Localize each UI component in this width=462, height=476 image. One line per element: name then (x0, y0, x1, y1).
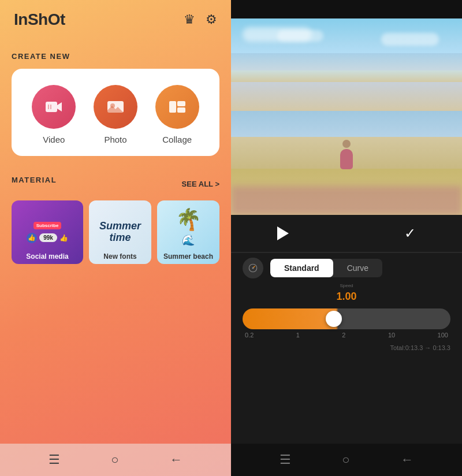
material-grid: Subscribe 👍 99k 👍 Social media Summertim… (12, 200, 219, 264)
speed-tabs: Standard Curve (243, 258, 450, 278)
right-panel: ✓ Standard Curve Speed 1.00 (231, 0, 462, 476)
speed-controls: Standard Curve Speed 1.00 0.2 1 2 10 100… (231, 253, 462, 356)
horizon-area (231, 53, 462, 70)
speed-meter-icon (248, 263, 258, 273)
palm-tree-icon: 🌴 (176, 207, 202, 232)
create-collage-item[interactable]: Collage (155, 85, 199, 144)
slider-container: 0.2 1 2 10 100 (243, 306, 450, 342)
left-header: InShOt ♛ ⚙ (0, 0, 231, 35)
svg-rect-0 (46, 102, 57, 112)
speed-icon-button[interactable] (243, 258, 263, 278)
new-fonts-card[interactable]: Summertime New fonts (89, 200, 151, 264)
create-new-label: CREATE NEW (12, 52, 219, 61)
material-section: MATERIAL SEE ALL > Subscribe 👍 99k 👍 Soc… (0, 164, 231, 271)
water-area (231, 111, 462, 140)
app-logo: InShOt (14, 10, 65, 29)
total-time: Total:0:13.3 → 0:13.3 (243, 344, 450, 351)
svg-rect-5 (169, 101, 176, 113)
header-icons: ♛ ⚙ (184, 12, 217, 27)
right-back-icon[interactable]: ← (401, 452, 413, 467)
curve-tab[interactable]: Curve (333, 259, 382, 277)
photo-label: Photo (104, 135, 126, 144)
material-header: MATERIAL SEE ALL > (12, 176, 219, 192)
collage-label: Collage (162, 135, 192, 144)
settings-icon[interactable]: ⚙ (206, 12, 217, 27)
video-label: Video (43, 135, 65, 144)
summer-beach-label: Summer beach (157, 252, 219, 261)
check-button[interactable]: ✓ (404, 225, 416, 241)
beach-image-bottom (231, 111, 462, 215)
cloud-3 (381, 33, 439, 46)
like-icon: 👍 (27, 233, 37, 243)
right-menu-icon[interactable]: ☰ (280, 452, 291, 467)
mark-4: 100 (438, 332, 448, 339)
create-photo-item[interactable]: Photo (94, 85, 137, 144)
material-label: MATERIAL (12, 176, 57, 184)
speed-section-label: Speed (243, 283, 450, 288)
beach-wave-icon: 🌊 (182, 234, 195, 247)
count-badge: 99k (39, 233, 57, 242)
play-button[interactable] (277, 226, 289, 240)
figure-head (342, 140, 351, 148)
tab-group: Standard Curve (270, 259, 382, 277)
collage-icon-circle (155, 85, 199, 129)
video-preview (231, 18, 462, 215)
speed-value: 1.00 (336, 291, 356, 303)
beach-image-top (231, 18, 462, 111)
left-bottom-nav: ☰ ○ ← (0, 444, 231, 476)
cloud-2 (277, 30, 323, 42)
social-media-label: Social media (12, 252, 83, 261)
left-back-icon[interactable]: ← (170, 452, 182, 467)
mark-0: 0.2 (245, 332, 254, 339)
video-icon-circle (32, 85, 76, 129)
mark-3: 10 (388, 332, 395, 339)
sand-top (231, 82, 462, 111)
video-icon (43, 96, 64, 117)
blur-overlay (231, 186, 462, 215)
subscribe-badge: Subscribe (33, 222, 62, 229)
left-panel: InShOt ♛ ⚙ CREATE NEW Video (0, 0, 231, 476)
crown-icon[interactable]: ♛ (184, 12, 195, 27)
summer-beach-card[interactable]: 🌴 🌊 Summer beach (157, 200, 219, 264)
speed-label-row: 1.00 (243, 291, 450, 303)
svg-rect-7 (177, 107, 185, 113)
social-media-card[interactable]: Subscribe 👍 99k 👍 Social media (12, 200, 83, 264)
mark-1: 1 (296, 332, 300, 339)
right-top-bar (231, 0, 462, 18)
summer-beach-content: 🌴 🌊 (176, 207, 202, 257)
speed-slider[interactable] (243, 308, 450, 329)
collage-icon (167, 96, 188, 117)
playback-controls: ✓ (231, 215, 462, 252)
left-home-icon[interactable]: ○ (111, 452, 118, 467)
slider-marks: 0.2 1 2 10 100 (243, 329, 450, 339)
see-all-button[interactable]: SEE ALL > (182, 180, 219, 188)
photo-icon-circle (94, 85, 137, 129)
beach-figure (340, 140, 353, 169)
figure-body (340, 149, 353, 169)
create-card: Video Photo (12, 69, 219, 156)
mark-2: 2 (342, 332, 345, 339)
standard-tab[interactable]: Standard (270, 259, 333, 277)
left-menu-icon[interactable]: ☰ (49, 452, 60, 467)
slider-thumb[interactable] (326, 311, 342, 327)
thumbs-icon: 👍 (59, 234, 68, 242)
right-bottom-nav: ☰ ○ ← (231, 444, 462, 476)
right-home-icon[interactable]: ○ (342, 452, 349, 467)
summer-time-text: Summertime (99, 221, 141, 244)
new-fonts-label: New fonts (89, 252, 151, 261)
svg-rect-6 (177, 101, 185, 106)
svg-point-9 (252, 267, 254, 269)
create-video-item[interactable]: Video (32, 85, 76, 144)
photo-icon (105, 96, 126, 117)
create-new-section: CREATE NEW Video (0, 35, 231, 164)
